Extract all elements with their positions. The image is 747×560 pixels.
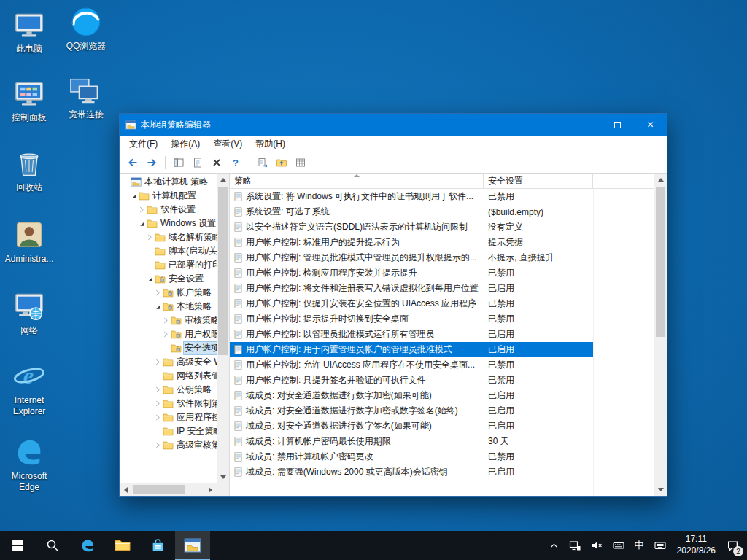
policy-row[interactable]: 用户帐户控制: 用于内置管理员帐户的管理员批准模式已启用 — [230, 342, 593, 357]
tree-horizontal-scrollbar[interactable] — [120, 483, 217, 496]
chevron-down-icon[interactable] — [146, 276, 154, 282]
list-vertical-scrollbar[interactable] — [654, 174, 667, 496]
scroll-track[interactable] — [217, 186, 229, 471]
touch-keyboard-icon[interactable] — [649, 531, 671, 560]
ime-language-indicator[interactable]: 中 — [630, 531, 649, 560]
policy-row[interactable]: 用户帐户控制: 仅提升安装在安全位置的 UIAccess 应用程序已禁用 — [230, 296, 593, 311]
scroll-thumb[interactable] — [218, 187, 228, 355]
ime-keyboard-icon[interactable] — [608, 531, 630, 560]
column-header-setting[interactable]: 安全设置 — [484, 174, 593, 188]
action-center-button[interactable]: 2 — [721, 531, 744, 560]
toolbar-view-menu-button[interactable] — [292, 155, 309, 171]
policy-row[interactable]: 用户帐户控制: 管理员批准模式中管理员的提升权限提示的...不提示, 直接提升 — [230, 250, 593, 265]
policy-row[interactable]: 域成员: 对安全通道数据进行数字签名(如果可能)已启用 — [230, 419, 593, 434]
policy-row[interactable]: 域成员: 对安全通道数据进行数字加密(如果可能)已启用 — [230, 388, 593, 403]
desktop-icon-broadband[interactable]: 宽带连接 — [58, 73, 114, 120]
toolbar-help-button[interactable]: ? — [227, 155, 244, 171]
policy-row[interactable]: 用户帐户控制: 将文件和注册表写入错误虚拟化到每用户位置已启用 — [230, 281, 593, 296]
tree-item[interactable]: 高级安全 Windows — [120, 355, 217, 369]
scroll-thumb[interactable] — [656, 187, 665, 337]
scroll-track[interactable] — [654, 186, 667, 483]
chevron-right-icon[interactable] — [154, 442, 162, 448]
tree-item[interactable]: 本地计算机 策略 — [120, 175, 217, 189]
tree-item[interactable]: 帐户策略 — [120, 286, 217, 300]
desktop-icon-this-pc[interactable]: 此电脑 — [1, 7, 57, 55]
maximize-button[interactable] — [601, 114, 634, 136]
tree-item[interactable]: 安全选项 — [120, 341, 217, 355]
policy-row[interactable]: 用户帐户控制: 提示提升时切换到安全桌面已禁用 — [230, 311, 593, 327]
menu-action[interactable]: 操作(A) — [164, 136, 206, 152]
minimize-button[interactable] — [568, 114, 601, 136]
close-button[interactable]: ✕ — [634, 114, 667, 136]
clock[interactable]: 17:11 2020/8/26 — [671, 531, 721, 560]
desktop-icon-internet-explorer[interactable]: eInternet Explorer — [1, 359, 57, 417]
policy-row[interactable]: 以安全描述符定义语言(SDDL)语法表示的计算机访问限制没有定义 — [230, 219, 593, 235]
scroll-left-button[interactable] — [120, 483, 132, 496]
menu-file[interactable]: 文件(F) — [123, 136, 164, 152]
policy-row[interactable]: 用户帐户控制: 以管理员批准模式运行所有管理员已启用 — [230, 327, 593, 342]
tree-item[interactable]: 应用程序控制策略 — [120, 411, 217, 424]
menu-view[interactable]: 查看(V) — [206, 136, 249, 152]
scroll-right-button[interactable] — [204, 483, 217, 496]
desktop-icon-admin-files[interactable]: Administra... — [1, 217, 57, 265]
tree-item[interactable]: 审核策略 — [120, 314, 217, 327]
tree-item[interactable]: 软件设置 — [120, 203, 217, 217]
network-status-icon[interactable] — [564, 531, 586, 560]
menu-help[interactable]: 帮助(H) — [249, 136, 292, 152]
chevron-right-icon[interactable] — [138, 206, 146, 213]
policy-row[interactable]: 系统设置: 可选子系统($build.empty) — [230, 204, 593, 219]
tree-vertical-scrollbar[interactable] — [217, 174, 229, 483]
scroll-up-button[interactable] — [217, 174, 229, 186]
tree-item[interactable]: IP 安全策略，在 本地计算机 — [120, 424, 217, 438]
toolbar-forward-button[interactable] — [143, 155, 160, 171]
policy-row[interactable]: 域成员: 需要强(Windows 2000 或更高版本)会话密钥已启用 — [230, 464, 593, 480]
chevron-right-icon[interactable] — [154, 400, 162, 407]
tree-item[interactable]: 用户权限分配 — [120, 327, 217, 341]
taskbar-file-explorer-button[interactable] — [105, 531, 140, 560]
chevron-right-icon[interactable] — [154, 289, 162, 296]
toolbar-properties-button[interactable] — [189, 155, 206, 171]
desktop-icon-recycle-bin[interactable]: 回收站 — [1, 146, 57, 193]
tree-item[interactable]: 高级审核策略配置 — [120, 438, 217, 452]
desktop-icon-network[interactable]: 网络 — [1, 289, 57, 336]
scroll-up-button[interactable] — [654, 174, 667, 186]
toolbar-show-console-tree-button[interactable] — [170, 155, 187, 171]
scroll-down-button[interactable] — [217, 471, 229, 483]
volume-muted-icon[interactable] — [586, 531, 608, 560]
tree-item[interactable]: 已部署的打印机 — [120, 258, 217, 272]
toolbar-export-list-button[interactable] — [254, 155, 271, 171]
policy-row[interactable]: 用户帐户控制: 标准用户的提升提示行为提示凭据 — [230, 235, 593, 250]
scroll-down-button[interactable] — [654, 483, 667, 496]
chevron-down-icon[interactable] — [138, 221, 146, 227]
taskbar-search-button[interactable] — [35, 531, 70, 560]
policy-row[interactable]: 域成员: 对安全通道数据进行数字加密或数字签名(始终)已启用 — [230, 403, 593, 419]
chevron-right-icon[interactable] — [146, 234, 154, 241]
tree-item[interactable]: 域名解析策略 — [120, 230, 217, 244]
tree-item[interactable]: 脚本(启动/关机) — [120, 244, 217, 258]
scroll-thumb[interactable] — [133, 485, 185, 494]
taskbar-edge-button[interactable] — [70, 531, 105, 560]
taskbar-store-button[interactable] — [140, 531, 175, 560]
desktop-icon-microsoft-edge[interactable]: Microsoft Edge — [1, 435, 57, 493]
scroll-track[interactable] — [132, 483, 204, 496]
taskbar-gpedit-button[interactable] — [175, 531, 210, 560]
tray-chevron-up-icon[interactable] — [544, 531, 564, 560]
chevron-down-icon[interactable] — [154, 304, 162, 310]
column-header-policy[interactable]: 策略 — [230, 174, 484, 188]
chevron-down-icon[interactable] — [130, 193, 138, 199]
tree-item[interactable]: Windows 设置 — [120, 217, 217, 230]
policy-row[interactable]: 用户帐户控制: 只提升签名并验证的可执行文件已禁用 — [230, 373, 593, 388]
policy-row[interactable]: 用户帐户控制: 允许 UIAccess 应用程序在不使用安全桌面...已禁用 — [230, 357, 593, 373]
desktop-icon-control-panel[interactable]: 控制面板 — [1, 76, 57, 123]
desktop-icon-qq-browser[interactable]: QQ浏览器 — [58, 4, 114, 52]
chevron-right-icon[interactable] — [154, 414, 162, 421]
chevron-right-icon[interactable] — [162, 317, 170, 324]
tree-item[interactable]: 软件限制策略 — [120, 397, 217, 411]
toolbar-back-button[interactable] — [124, 155, 142, 171]
policy-row[interactable]: 用户帐户控制: 检测应用程序安装并提示提升已禁用 — [230, 265, 593, 281]
toolbar-up-level-button[interactable] — [273, 155, 290, 171]
title-bar[interactable]: 本地组策略编辑器 ✕ — [120, 114, 667, 136]
taskbar-start-button[interactable] — [0, 531, 35, 560]
policy-row[interactable]: 域成员: 禁用计算机帐户密码更改已禁用 — [230, 449, 593, 464]
chevron-right-icon[interactable] — [162, 331, 170, 338]
